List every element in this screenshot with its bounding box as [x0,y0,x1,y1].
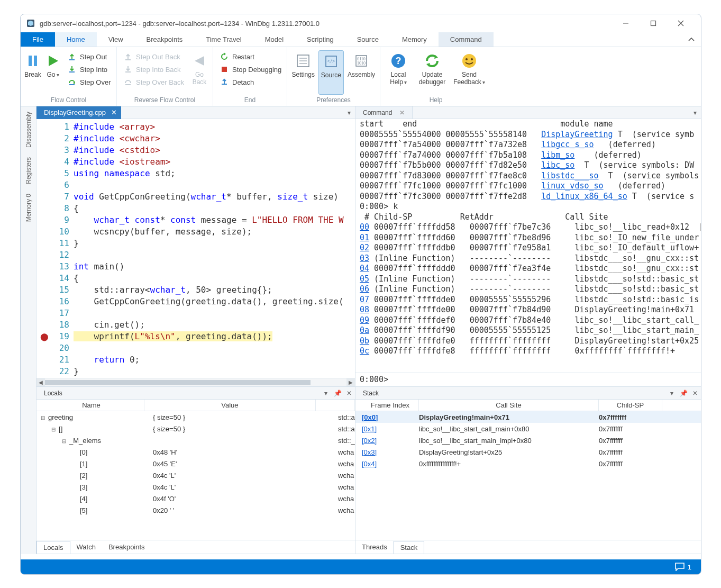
source-line[interactable]: 2#include <cwchar> [36,133,355,144]
source-line[interactable]: 3#include <cstdio> [36,144,355,156]
close-icon[interactable]: ✕ [399,109,405,116]
menu-breakpoints[interactable]: Breakpoints [135,32,195,47]
source-editor[interactable]: 1#include <array>2#include <cwchar>3#inc… [36,119,355,386]
pane-menu-icon[interactable]: ▾ [343,109,355,116]
bottom-tab-locals[interactable]: Locals [36,541,70,554]
locals-row[interactable]: ⊟_M_elemsstd::_ [36,435,355,446]
menu-command[interactable]: Command [439,32,494,47]
stack-row[interactable]: [0x2]libc_so!__libc_start_main_impl+0x80… [355,435,701,446]
breakpoint-icon[interactable]: ⬤ [40,332,49,341]
source-line[interactable]: 5using namespace std; [36,168,355,179]
close-icon[interactable]: ✕ [343,390,355,397]
locals-row[interactable]: [1]0x45 'E'wcha [36,458,355,469]
frame-link[interactable]: 0c [360,346,369,356]
bottom-tab-watch[interactable]: Watch [70,541,102,553]
assembly-pref-button[interactable]: 01101010 Assembly [346,50,377,95]
expander-icon[interactable]: ⊟ [62,438,69,444]
step-into-button[interactable]: Step Into [64,63,114,76]
source-line[interactable]: 17 [36,307,355,319]
menu-source[interactable]: Source [345,32,390,47]
source-line[interactable]: 1#include <array> [36,121,355,133]
restart-button[interactable]: Restart [216,50,285,63]
close-icon[interactable]: ✕ [689,390,701,397]
module-link[interactable]: libm_so [541,150,574,160]
source-tab[interactable]: DisplayGreeting.cpp ✕ [36,106,121,119]
menu-scripting[interactable]: Scripting [295,32,345,47]
module-link[interactable]: libgcc_s_so [541,140,594,149]
module-link[interactable]: libstdc___so [541,171,598,180]
menu-view[interactable]: View [97,32,135,47]
sidetab-memory-0[interactable]: Memory 0 [24,192,33,224]
frame-link[interactable]: 04 [360,264,369,273]
locals-row[interactable]: [2]0x4c 'L'wcha [36,469,355,481]
menu-time-travel[interactable]: Time Travel [194,32,253,47]
frame-link[interactable]: 09 [360,315,369,325]
source-line[interactable]: 16 GetCppConGreeting(greeting.data(), gr… [36,296,355,307]
module-link[interactable]: linux_vdso_so [541,181,603,191]
command-tab[interactable]: Command ✕ [355,106,413,119]
sidetab-registers[interactable]: Registers [24,155,33,186]
stop-debugging-button[interactable]: Stop Debugging [216,63,285,76]
stack-row[interactable]: [0x0]DisplayGreeting!main+0x710x7fffffff [355,411,701,423]
pane-menu-icon[interactable]: ▾ [689,109,701,116]
locals-row[interactable]: ⊟greeting{ size=50 }std::a [36,411,355,423]
source-line[interactable]: 7void GetCppConGreeting(wchar_t* buffer,… [36,191,355,203]
bottom-tab-threads[interactable]: Threads [355,541,394,553]
menu-memory[interactable]: Memory [390,32,439,47]
stack-row[interactable]: [0x4]0xffffffffffffffff!+0x7fffffff [355,458,701,469]
source-line[interactable]: 13int main() [36,261,355,273]
source-line[interactable]: 12 [36,249,355,261]
pane-menu-icon[interactable]: ▾ [320,390,332,397]
break-button[interactable]: Break [24,50,42,95]
locals-row[interactable]: [0]0x48 'H'wcha [36,446,355,458]
frame-link[interactable]: 06 [360,284,369,294]
frame-link[interactable]: 01 [360,233,369,242]
go-button[interactable]: Go [44,50,62,95]
close-button[interactable] [674,17,687,30]
locals-row[interactable]: ⊟[]{ size=50 }std::a [36,423,355,435]
pane-menu-icon[interactable]: ▾ [666,390,678,397]
stack-row[interactable]: [0x1]libc_so!__libc_start_call_main+0x80… [355,423,701,435]
source-line[interactable]: 21 return 0; [36,354,355,366]
frame-link[interactable]: 0a [360,325,369,335]
source-line[interactable]: 8{ [36,203,355,214]
source-line[interactable]: ⬤19 wprintf(L"%ls\n", greeting.data()); [36,331,355,342]
command-input[interactable]: 0:000> [355,373,701,386]
module-link[interactable]: DisplayGreeting [541,130,613,139]
locals-row[interactable]: [3]0x4c 'L'wcha [36,481,355,493]
frame-link[interactable]: 00 [360,222,369,232]
bottom-tab-stack[interactable]: Stack [394,541,425,554]
send-feedback-button[interactable]: Send Feedback [451,50,487,95]
frame-index-link[interactable]: [0x1] [362,425,377,433]
local-help-button[interactable]: ? Local Help [384,50,413,95]
update-debugger-button[interactable]: Update debugger [415,50,449,95]
source-line[interactable]: 11} [36,238,355,249]
module-link[interactable]: ld_linux_x86_64_so [541,192,627,201]
bottom-tab-breakpoints[interactable]: Breakpoints [102,541,151,553]
expander-icon[interactable]: ⊟ [51,427,59,432]
frame-link[interactable]: 03 [360,254,369,263]
expander-icon[interactable]: ⊟ [41,415,48,421]
source-line[interactable]: 22} [36,366,355,377]
menu-model[interactable]: Model [253,32,295,47]
frame-index-link[interactable]: [0x2] [362,437,377,445]
source-line[interactable]: 15 std::array<wchar_t, 50> greeting{}; [36,284,355,296]
minimize-button[interactable] [619,17,632,30]
module-link[interactable]: libc_so [541,160,574,170]
frame-index-link[interactable]: [0x3] [362,448,377,456]
step-over-button[interactable]: Step Over [64,76,114,88]
settings-button[interactable]: Settings [290,50,316,95]
locals-row[interactable]: [4]0x4f 'O'wcha [36,493,355,504]
locals-row[interactable]: [5]0x20 ' 'wcha [36,504,355,516]
ribbon-collapse-button[interactable] [682,32,701,47]
frame-link[interactable]: 05 [360,274,369,284]
source-line[interactable]: 18 cin.get(); [36,319,355,331]
frame-index-link[interactable]: [0x0] [362,413,378,421]
source-line[interactable]: 14{ [36,273,355,284]
source-line[interactable]: 6 [36,179,355,191]
source-line[interactable]: 20 [36,342,355,354]
close-icon[interactable]: ✕ [111,108,117,116]
menu-file[interactable]: File [21,32,55,47]
stack-table[interactable]: [0x0]DisplayGreeting!main+0x710x7fffffff… [355,411,701,540]
source-pref-button[interactable]: </> Source [318,50,344,95]
